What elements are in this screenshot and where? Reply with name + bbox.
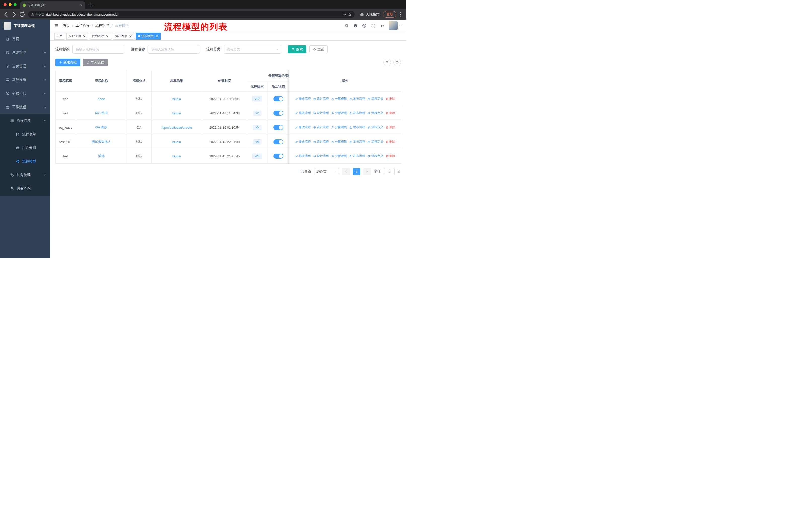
sidebar-item[interactable]: 基础设施 — [0, 73, 50, 87]
form-info-link[interactable]: /bpm/oa/leave/create — [161, 126, 192, 130]
help-icon[interactable]: ? — [362, 24, 367, 28]
publish-process-action[interactable]: 发布流程 — [349, 154, 365, 158]
version-badge[interactable]: v2 — [253, 111, 261, 116]
browser-tab[interactable]: 芋道管理系统 — [20, 1, 85, 9]
create-process-button[interactable]: 新建流程 — [55, 59, 80, 66]
version-badge[interactable]: v4 — [253, 139, 261, 144]
publish-process-action[interactable]: 发布流程 — [349, 125, 365, 130]
tags-view-tab[interactable]: 我的流程 — [90, 32, 111, 39]
edit-process-action[interactable]: 修改流程 — [295, 97, 311, 101]
form-info-link[interactable]: biubiu — [172, 111, 181, 115]
design-process-action[interactable]: 设计流程 — [313, 97, 329, 101]
page-number-button[interactable]: 1 — [353, 168, 360, 175]
password-key-icon[interactable] — [343, 12, 347, 16]
version-badge[interactable]: v5 — [253, 125, 261, 130]
form-info-link[interactable]: biubiu — [172, 97, 181, 101]
publish-process-action[interactable]: 发布流程 — [349, 140, 365, 144]
breadcrumb-item[interactable]: 流程管理 — [95, 23, 109, 28]
status-toggle[interactable] — [273, 139, 283, 144]
edit-process-action[interactable]: 修改流程 — [295, 111, 311, 115]
sidebar-item[interactable]: 首页 — [0, 32, 50, 46]
edit-process-action[interactable]: 修改流程 — [295, 154, 311, 158]
breadcrumb-item[interactable]: 首页 — [63, 23, 70, 28]
process-definition-action[interactable]: 流程定义 — [368, 154, 383, 158]
window-close-button[interactable] — [3, 3, 6, 6]
hamburger-icon[interactable] — [54, 23, 59, 28]
process-name-link[interactable]: 测试多审批人 — [92, 140, 111, 144]
version-badge[interactable]: v21 — [252, 154, 262, 159]
prev-page-button[interactable] — [342, 168, 350, 175]
update-button[interactable]: 更新 — [383, 11, 397, 18]
search-button[interactable]: 搜索 — [288, 45, 306, 53]
process-name-link[interactable]: 滔博 — [98, 154, 105, 158]
sidebar-item[interactable]: 请假查询 — [0, 182, 50, 195]
process-definition-action[interactable]: 流程定义 — [368, 125, 383, 130]
sidebar-logo[interactable]: 芋道管理系统 — [0, 20, 50, 32]
sidebar-item[interactable]: 用户分组 — [0, 141, 50, 155]
browser-menu-icon[interactable] — [398, 11, 404, 18]
status-toggle[interactable] — [273, 154, 283, 159]
edit-process-action[interactable]: 修改流程 — [295, 140, 311, 144]
assign-rules-action[interactable]: 分配规则 — [331, 140, 347, 144]
toggle-search-button[interactable] — [383, 59, 391, 66]
assign-rules-action[interactable]: 分配规则 — [331, 125, 347, 130]
status-toggle[interactable] — [273, 125, 283, 130]
close-icon[interactable] — [155, 34, 158, 38]
status-toggle[interactable] — [273, 96, 283, 101]
tags-view-tab[interactable]: 租户管理 — [66, 32, 88, 39]
goto-page-input[interactable] — [384, 168, 395, 175]
delete-action[interactable]: 删除 — [386, 111, 396, 115]
tab-close-icon[interactable] — [80, 4, 83, 6]
sidebar-item[interactable]: 研发工具 — [0, 87, 50, 100]
reload-button[interactable] — [19, 11, 26, 18]
process-key-input[interactable] — [72, 45, 124, 54]
category-select[interactable]: 流程分类 — [224, 45, 282, 54]
page-size-select[interactable]: 10条/页 — [314, 168, 339, 175]
window-minimize-button[interactable] — [8, 3, 11, 6]
fullscreen-icon[interactable] — [371, 24, 375, 28]
design-process-action[interactable]: 设计流程 — [313, 111, 329, 115]
close-icon[interactable] — [129, 34, 132, 38]
breadcrumb-item[interactable]: 工作流程 — [76, 23, 90, 28]
process-definition-action[interactable]: 流程定义 — [368, 111, 383, 115]
sidebar-item[interactable]: 任务管理 — [0, 168, 50, 182]
github-icon[interactable] — [353, 24, 358, 28]
process-definition-action[interactable]: 流程定义 — [368, 97, 383, 101]
edit-process-action[interactable]: 修改流程 — [295, 125, 311, 130]
delete-action[interactable]: 删除 — [386, 97, 396, 101]
address-bar[interactable]: 不安全 dashboard.yudao.iocoder.cn/bpm/manag… — [28, 11, 355, 18]
refresh-table-button[interactable] — [394, 59, 401, 66]
back-button[interactable] — [2, 11, 9, 18]
next-page-button[interactable] — [364, 168, 371, 175]
design-process-action[interactable]: 设计流程 — [313, 125, 329, 130]
sidebar-item[interactable]: 流程管理 — [0, 114, 50, 128]
process-name-link[interactable]: eeee — [98, 97, 105, 101]
avatar[interactable] — [388, 21, 398, 30]
delete-action[interactable]: 删除 — [386, 125, 396, 130]
assign-rules-action[interactable]: 分配规则 — [331, 111, 347, 115]
sidebar-item[interactable]: 系统管理 — [0, 46, 50, 59]
design-process-action[interactable]: 设计流程 — [313, 140, 329, 144]
process-name-input[interactable] — [148, 45, 200, 54]
window-zoom-button[interactable] — [13, 3, 17, 6]
tags-view-tab[interactable]: 流程表单 — [113, 32, 135, 39]
process-name-link[interactable]: OA 请假 — [95, 126, 108, 129]
publish-process-action[interactable]: 发布流程 — [349, 111, 365, 115]
search-icon[interactable] — [345, 24, 349, 28]
form-info-link[interactable]: biubiu — [172, 155, 181, 158]
design-process-action[interactable]: 设计流程 — [313, 154, 329, 158]
sidebar-item[interactable]: 工作流程 — [0, 100, 50, 114]
tags-view-tab[interactable]: 流程模型 — [136, 32, 161, 39]
process-name-link[interactable]: 自己审批 — [95, 111, 108, 115]
delete-action[interactable]: 删除 — [386, 154, 396, 158]
forward-button[interactable] — [10, 11, 18, 18]
delete-action[interactable]: 删除 — [386, 140, 396, 144]
close-icon[interactable] — [83, 34, 86, 38]
close-icon[interactable] — [106, 34, 109, 38]
status-toggle[interactable] — [273, 111, 283, 116]
sidebar-item[interactable]: 支付管理 — [0, 59, 50, 73]
new-tab-button[interactable] — [88, 1, 94, 8]
publish-process-action[interactable]: 发布流程 — [349, 97, 365, 101]
import-process-button[interactable]: 导入流程 — [83, 59, 108, 66]
assign-rules-action[interactable]: 分配规则 — [331, 154, 347, 158]
